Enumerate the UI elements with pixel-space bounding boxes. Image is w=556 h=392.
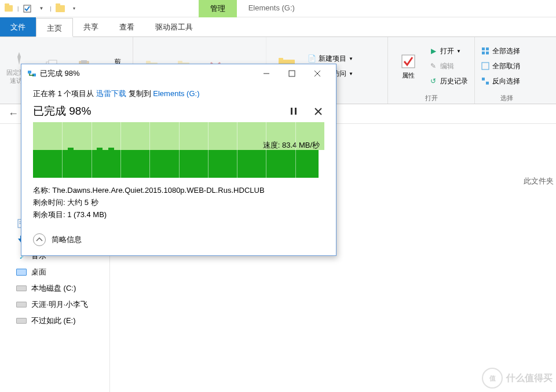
drive-icon <box>16 283 27 294</box>
close-button[interactable] <box>305 65 330 82</box>
maximize-button[interactable] <box>279 65 305 82</box>
chevron-down-icon: ▼ <box>349 71 353 76</box>
tab-home[interactable]: 主页 <box>36 18 73 37</box>
source-link[interactable]: 迅雷下载 <box>96 89 126 98</box>
chevron-down-icon: ▼ <box>349 56 353 61</box>
sidebar-item-drive-c[interactable]: 本地磁盘 (C:) <box>2 280 107 296</box>
sidebar-item-label: 本地磁盘 (C:) <box>31 283 76 294</box>
fewer-details-button[interactable]: 简略信息 <box>33 233 324 246</box>
pause-button[interactable] <box>287 105 300 118</box>
detail-time-left: 剩余时间: 大约 5 秒 <box>33 197 324 209</box>
svg-rect-15 <box>482 78 485 80</box>
chevron-down-icon: ▼ <box>456 49 461 54</box>
sidebar-item-label: 不过如此 (E:) <box>31 316 76 326</box>
copy-description: 正在将 1 个项目从 迅雷下载 复制到 Elements (G:) <box>33 89 324 99</box>
open-icon: ▶ <box>429 46 438 56</box>
detail-items-left: 剩余项目: 1 (73.4 MB) <box>33 209 324 221</box>
ribbon-tabs: 文件 主页 共享 查看 驱动器工具 <box>0 17 556 37</box>
watermark-badge-icon: 值 <box>482 368 503 389</box>
tab-file[interactable]: 文件 <box>0 17 36 36</box>
invert-icon <box>481 76 490 86</box>
select-none-icon <box>481 61 490 71</box>
svg-rect-5 <box>81 60 87 63</box>
svg-rect-12 <box>482 52 485 54</box>
select-all-button[interactable]: 全部选择 <box>481 45 520 57</box>
transfer-icon <box>27 69 36 78</box>
history-icon: ↺ <box>429 76 438 86</box>
history-button[interactable]: ↺ 历史记录 <box>429 75 468 87</box>
drive-icon <box>16 316 27 326</box>
fewer-details-label: 简略信息 <box>52 235 82 245</box>
minimize-button[interactable] <box>254 65 279 82</box>
qat-dropdown-icon[interactable]: ▼ <box>36 3 46 14</box>
window-path-title: Elements (G:) <box>237 0 306 17</box>
explorer-icon <box>3 3 14 14</box>
qat-overflow-icon[interactable]: ▾ <box>69 3 79 14</box>
context-tab-manage[interactable]: 管理 <box>199 0 237 17</box>
select-none-button[interactable]: 全部取消 <box>481 60 520 72</box>
new-item-label: 新建项目 <box>319 54 346 64</box>
qat-separator: | <box>17 6 19 12</box>
svg-rect-14 <box>482 63 489 69</box>
tab-share[interactable]: 共享 <box>73 17 109 36</box>
empty-folder-hint: 此文件夹 <box>524 124 556 186</box>
open-button[interactable]: ▶ 打开 ▼ <box>429 45 468 57</box>
new-item-icon: 📄 <box>307 54 316 63</box>
sidebar-item-drive-e[interactable]: 不过如此 (E:) <box>2 313 107 329</box>
tab-view[interactable]: 查看 <box>109 17 145 36</box>
svg-rect-26 <box>289 71 295 76</box>
invert-label: 反向选择 <box>492 76 520 86</box>
speed-label: 速度: 83.4 MB/秒 <box>263 140 320 151</box>
open-label: 打开 <box>440 46 454 56</box>
desktop-icon <box>16 267 27 277</box>
edit-icon: ✎ <box>429 61 438 71</box>
window-titlebar: | ▼ | ▾ 管理 Elements (G:) <box>0 0 556 17</box>
history-label: 历史记录 <box>440 76 468 86</box>
svg-rect-22 <box>28 71 31 74</box>
group-open-label: 打开 <box>394 93 469 102</box>
copy-progress-dialog: 已完成 98% 正在将 1 个项目从 迅雷下载 复制到 Elements (G:… <box>21 64 336 256</box>
edit-label: 编辑 <box>440 61 454 71</box>
sidebar-item-desktop[interactable]: 桌面 <box>2 264 107 280</box>
select-none-label: 全部取消 <box>492 61 520 71</box>
qat-separator: | <box>50 6 51 12</box>
svg-rect-16 <box>486 82 489 85</box>
invert-selection-button[interactable]: 反向选择 <box>481 75 520 87</box>
select-all-icon <box>481 46 490 56</box>
svg-rect-9 <box>402 55 415 68</box>
sidebar-item-label: 天涯·明月·小李飞 <box>31 299 88 310</box>
select-all-label: 全部选择 <box>492 46 520 56</box>
svg-rect-29 <box>291 108 292 115</box>
sidebar-item-drive-d[interactable]: 天涯·明月·小李飞 <box>2 296 107 313</box>
cancel-button[interactable] <box>312 105 324 118</box>
new-item-button[interactable]: 📄 新建项目 ▼ <box>307 52 353 65</box>
dialog-titlebar[interactable]: 已完成 98% <box>21 64 336 83</box>
drive-icon <box>16 299 27 310</box>
speed-graph: 速度: 83.4 MB/秒 <box>33 122 324 178</box>
edit-button[interactable]: ✎ 编辑 <box>429 60 468 72</box>
sidebar-item-label: 桌面 <box>31 267 46 277</box>
checkbox-qat-icon[interactable] <box>22 3 32 14</box>
svg-rect-13 <box>486 52 489 54</box>
back-button[interactable]: ← <box>5 108 22 120</box>
properties-label: 属性 <box>402 72 415 79</box>
svg-rect-10 <box>482 47 485 50</box>
svg-marker-1 <box>17 52 21 65</box>
watermark-text: 什么值得买 <box>506 372 553 384</box>
progress-title: 已完成 98% <box>33 104 91 119</box>
dialog-title-text: 已完成 98% <box>40 68 254 79</box>
tab-drive-tools[interactable]: 驱动器工具 <box>145 17 203 36</box>
quick-access-toolbar: | ▼ | ▾ <box>0 3 83 14</box>
folder-qat-icon[interactable] <box>55 3 65 14</box>
svg-rect-11 <box>486 47 489 50</box>
properties-icon <box>399 52 418 71</box>
properties-button[interactable]: 属性 <box>394 50 423 82</box>
svg-rect-30 <box>295 108 297 115</box>
group-select-label: 选择 <box>481 93 533 102</box>
detail-name: 名称: The.Dawns.Here.Are.Quiet.2015.1080p.… <box>33 185 324 197</box>
chevron-up-icon <box>33 233 46 246</box>
watermark: 值 什么值得买 <box>482 368 553 389</box>
dest-link[interactable]: Elements (G:) <box>153 89 199 98</box>
